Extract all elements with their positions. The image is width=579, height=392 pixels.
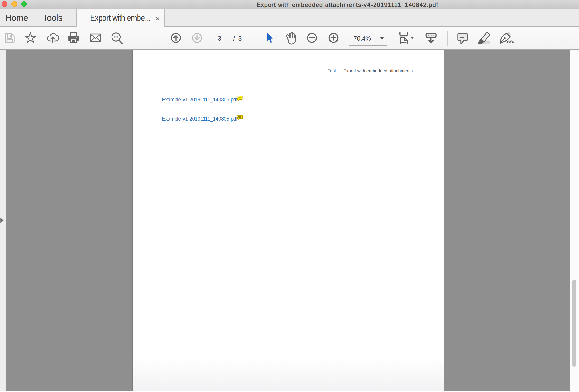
svg-text:/: / <box>233 35 235 42</box>
svg-text:70.4%: 70.4% <box>354 35 371 42</box>
svg-text:3: 3 <box>218 35 221 42</box>
svg-text:3: 3 <box>238 35 242 42</box>
